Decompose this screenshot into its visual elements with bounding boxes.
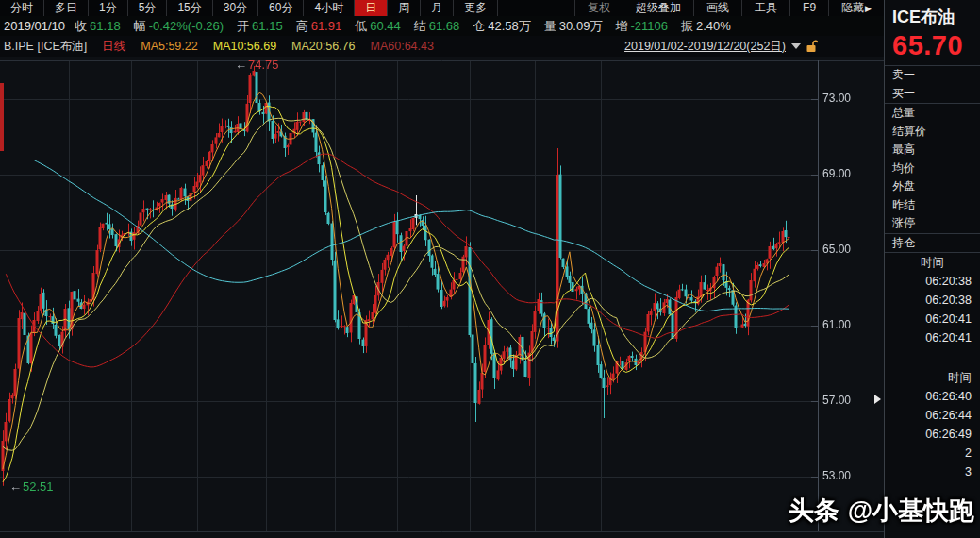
quote-row-label: 最高 [892,142,915,158]
tool-工具[interactable]: 工具 [741,0,789,16]
expand-right-icon: ▶ [865,4,872,13]
quote-row-label: 涨停 [892,215,915,231]
info-结: 结61.68 [414,18,460,35]
info-value: 61.91 [311,19,342,33]
info-value: 2.40% [696,19,731,33]
quote-group: 卖一买一 [885,65,980,103]
quote-row: 买一 [885,85,980,104]
tab-15分[interactable]: 15分 [167,0,212,16]
quote-row-label: 均价 [892,160,915,177]
price-tick-label: 61.00 [822,318,851,331]
tab-月[interactable]: 月 [421,0,454,16]
tool-复权[interactable]: 复权 [574,0,623,16]
tool-隐藏[interactable]: 隐藏▶ [828,0,884,16]
quote-row-label: 买一 [892,86,915,102]
quote-row: 外盘 [885,177,980,196]
quote-row-label: 卖一 [892,67,915,83]
kline-chart-area[interactable]: 73.0069.0065.0061.0057.0053.00 ←74.75 ←5… [0,57,884,538]
price-tick-label: 65.00 [822,243,851,256]
time-block-1: 时间06:20:3806:20:3806:20:4106:20:41 [885,252,980,347]
time-row: 06:20:38 [885,272,980,291]
left-arrow-icon: ← [235,58,247,72]
time-row: 3 [885,462,980,481]
quote-row: 最高 [885,141,980,160]
price-tick-label: 53.00 [822,469,851,482]
info-label: 量 [544,19,556,33]
info-value: 61.15 [252,19,283,33]
info-增: 增-21106 [615,18,668,35]
tab-周[interactable]: 周 [388,0,421,16]
info-value: 30.09万 [559,19,603,33]
quote-row: 涨停 [885,214,980,233]
info-振: 振2.40% [681,18,731,35]
legend-seg: MA20:56.76 [291,40,355,53]
left-arrow-icon: ← [9,479,22,494]
low-annotation: ←52.51 [9,479,54,494]
price-tick-label: 73.00 [822,92,851,105]
low-annotation-value: 52.51 [23,479,54,494]
price-tick-label: 69.00 [822,167,851,180]
date-range-selector[interactable]: 2019/01/02-2019/12/20(252日) [624,39,818,55]
info-value: 61.18 [90,19,121,33]
info-value: 60.44 [370,19,401,33]
left-edge-artifact [0,83,4,151]
quote-row: 昨结 [885,196,980,215]
info-label: 幅 [134,19,146,33]
tab-30分[interactable]: 30分 [213,0,258,16]
candlestick-canvas[interactable] [0,57,884,538]
info-label: 结 [414,19,426,33]
tab-多日[interactable]: 多日 [44,0,89,16]
info-量: 量30.09万 [544,18,603,35]
quote-row-label: 持仓 [892,235,915,251]
info-label: 开 [237,19,249,33]
quote-rows: 卖一买一总量结算价最高均价外盘昨结涨停持仓 [885,65,980,252]
quote-row: 结算价 [885,123,980,142]
quote-date: 2019/01/10 [0,19,75,33]
info-收: 收61.18 [75,18,121,35]
panel-expand-arrow-icon[interactable] [874,395,881,404]
info-label: 振 [681,19,693,33]
tool-画线[interactable]: 画线 [693,0,741,16]
info-label: 低 [355,19,367,33]
watermark-bold: 头条 [789,496,839,525]
info-高: 高61.91 [296,18,342,35]
info-value: -0.42%(-0.26) [149,19,224,33]
info-开: 开61.15 [237,18,283,35]
legend-seg: 日线 [102,39,125,55]
tab-分时[interactable]: 分时 [0,0,44,16]
trading-app-window: 分时多日1分5分15分30分60分4小时日周月更多复权超级叠加画线工具F9隐藏▶… [0,0,980,538]
period-tabbar: 分时多日1分5分15分30分60分4小时日周月更多复权超级叠加画线工具F9隐藏▶ [0,0,884,17]
toolbar: 复权超级叠加画线工具F9隐藏▶ [574,0,884,16]
tab-1分[interactable]: 1分 [89,0,128,16]
watermark-handle: @小基快跑 [848,496,974,525]
quote-group: 总量结算价最高均价外盘昨结涨停 [885,103,980,233]
time-header: 时间 [885,253,980,272]
legend-seg: MA5:59.22 [141,40,197,53]
chevron-down-icon[interactable] [791,43,801,49]
time-row: 2 [885,444,980,462]
info-幅: 幅-0.42%(-0.26) [134,18,224,35]
time-row: 06:20:41 [885,328,980,347]
time-row: 06:26:49 [885,425,980,444]
date-range-label[interactable]: 2019/01/02-2019/12/20(252日) [624,39,786,55]
tab-更多[interactable]: 更多 [454,0,498,16]
info-value: 42.58万 [488,19,531,33]
legend-seg: MA10:56.69 [213,40,276,53]
legend-seg: B.IPE [ICE布油] [4,39,87,55]
indicator-legend-bar: B.IPE [ICE布油]日线MA5:59.22MA10:56.69MA20:5… [0,36,884,58]
tab-日[interactable]: 日 [355,0,388,16]
instrument-name: ICE布油 [885,0,980,28]
legend-seg: MA60:64.43 [371,40,434,53]
tab-60分[interactable]: 60分 [258,0,304,16]
time-row: 06:26:44 [885,406,980,425]
quote-row: 均价 [885,160,980,178]
tool-超级叠加[interactable]: 超级叠加 [623,0,693,16]
time-row: 06:20:41 [885,310,980,328]
tab-4小时[interactable]: 4小时 [304,0,355,16]
tool-F9[interactable]: F9 [789,0,828,16]
tab-5分[interactable]: 5分 [128,0,168,16]
info-label: 收 [75,19,87,33]
quote-panel: ICE布油 65.70 卖一买一总量结算价最高均价外盘昨结涨停持仓 时间06:2… [884,0,980,538]
unlock-icon[interactable] [806,40,818,53]
quote-row-label: 昨结 [892,197,915,213]
